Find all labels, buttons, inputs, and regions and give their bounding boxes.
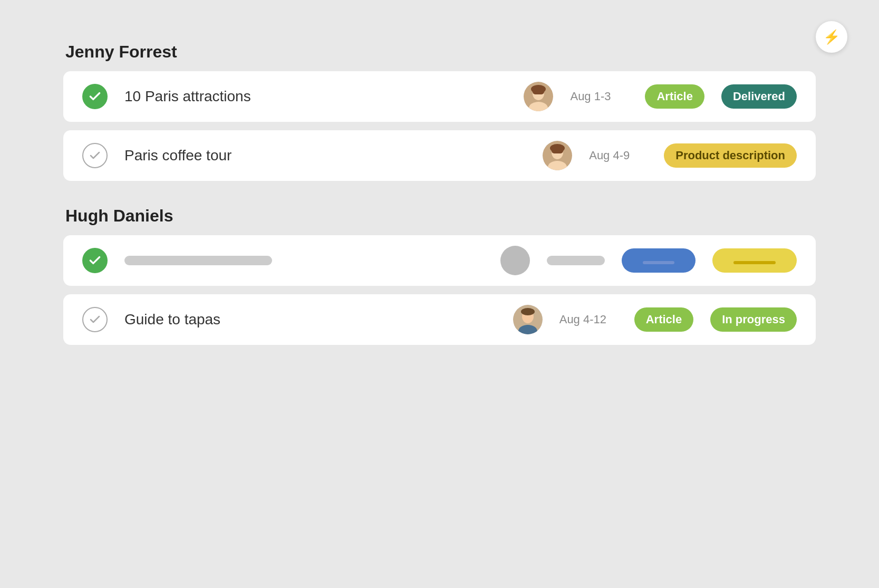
badge-product: Product description (664, 143, 797, 168)
lightning-button[interactable]: ⚡ (816, 21, 847, 53)
svg-point-9 (550, 144, 565, 152)
task-date: Aug 1-3 (570, 90, 628, 103)
avatar (500, 246, 530, 275)
badge-delivered: Delivered (721, 84, 797, 109)
badge-blue-blur (622, 248, 696, 273)
svg-point-13 (521, 308, 535, 315)
badge-article: Article (634, 307, 693, 332)
svg-point-4 (531, 85, 546, 93)
app-container: Jenny Forrest10 Paris attractions Aug 1-… (63, 42, 816, 345)
check-outline-icon[interactable] (82, 143, 108, 168)
task-title-blurred (124, 256, 272, 265)
check-outline-icon[interactable] (82, 307, 108, 332)
avatar (524, 82, 553, 111)
task-date: Aug 4-12 (559, 313, 617, 326)
task-card[interactable] (63, 235, 816, 286)
lightning-icon: ⚡ (823, 29, 840, 45)
avatar (513, 305, 543, 334)
badge-article: Article (645, 84, 704, 109)
section-heading: Jenny Forrest (65, 42, 816, 62)
task-date: Aug 4-9 (589, 149, 647, 162)
check-filled-icon[interactable] (82, 248, 108, 273)
task-card[interactable]: 10 Paris attractions Aug 1-3ArticleDeliv… (63, 71, 816, 122)
task-title: Guide to tapas (124, 311, 272, 328)
avatar (543, 141, 572, 170)
task-date-blurred (547, 256, 605, 265)
section-heading: Hugh Daniels (65, 206, 816, 226)
task-title: 10 Paris attractions (124, 88, 272, 105)
task-card[interactable]: Guide to tapas Aug 4-12ArticleIn progres… (63, 294, 816, 345)
section-jenny: Jenny Forrest10 Paris attractions Aug 1-… (63, 42, 816, 181)
badge-yellow-blur (712, 248, 797, 273)
badge-in-progress: In progress (710, 307, 797, 332)
check-filled-icon[interactable] (82, 84, 108, 109)
task-card[interactable]: Paris coffee tour Aug 4-9Product descrip… (63, 130, 816, 181)
section-hugh: Hugh DanielsGuide to tapas Aug 4-12Artic… (63, 206, 816, 345)
task-title: Paris coffee tour (124, 147, 272, 164)
